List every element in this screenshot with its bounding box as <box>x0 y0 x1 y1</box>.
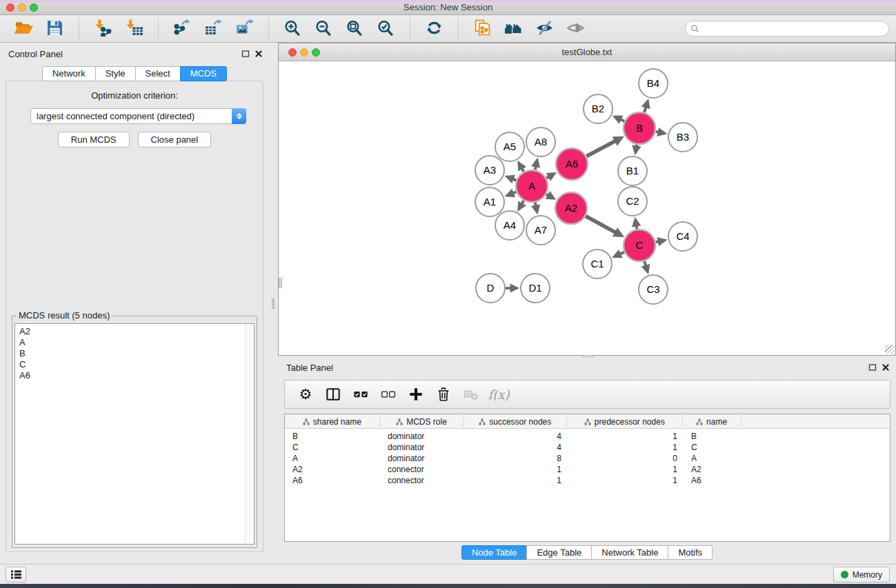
table-row[interactable]: A6connector11A6 <box>285 475 890 486</box>
hide-eye-button[interactable] <box>529 19 560 39</box>
float-panel-icon[interactable] <box>241 50 250 58</box>
optimization-label: Optimization criterion: <box>6 90 263 101</box>
edge-A6-B[interactable] <box>586 141 616 156</box>
save-button[interactable] <box>39 19 70 39</box>
zoom-in-button[interactable] <box>277 19 308 39</box>
cell: B <box>684 431 742 442</box>
column-header-shared-name[interactable]: shared name <box>285 414 380 429</box>
toolbar-group <box>268 19 410 39</box>
table-row[interactable]: Bdominator41B <box>285 431 890 442</box>
result-item[interactable]: C <box>15 359 254 370</box>
float-table-panel-icon[interactable] <box>868 363 877 372</box>
memory-label: Memory <box>853 570 882 580</box>
divider-grabber[interactable] <box>272 298 275 309</box>
table-tab-node-table[interactable]: Node Table <box>461 545 528 560</box>
task-history-button[interactable] <box>6 567 26 582</box>
node-label-C2: C2 <box>626 195 639 207</box>
cell: 4 <box>464 431 568 442</box>
edge-arrowhead <box>632 145 641 155</box>
export-network-button[interactable] <box>167 19 198 39</box>
node-label-A6: A6 <box>566 158 578 170</box>
cell: 1 <box>568 475 684 486</box>
columns-icon <box>326 387 341 402</box>
desktop-background <box>0 584 896 588</box>
select-all-button[interactable] <box>347 383 375 406</box>
canvas-vertical-scroll-thumb[interactable] <box>279 278 282 288</box>
import-network-button[interactable] <box>88 19 119 39</box>
refresh-button[interactable] <box>419 19 450 39</box>
network-canvas[interactable]: B4B2BB3A5A8A6A3B1AA1C2A2A4A7C4CC1C3DD1 <box>279 61 895 355</box>
node-table[interactable]: shared nameMCDS rolesuccessor nodesprede… <box>284 414 890 542</box>
tab-mcds[interactable]: MCDS <box>180 66 227 81</box>
tab-network[interactable]: Network <box>42 66 96 81</box>
zoom-fit-button[interactable] <box>339 19 370 39</box>
copy-share-button[interactable] <box>467 19 498 39</box>
result-item[interactable]: A2 <box>15 326 254 337</box>
close-panel-button[interactable]: Close panel <box>138 132 212 148</box>
deselect-all-button[interactable] <box>375 383 402 406</box>
application-window: Session: New Session Control Panel Netwo… <box>0 0 896 588</box>
search-field[interactable] <box>685 21 889 37</box>
edge-A2-C[interactable] <box>586 216 616 232</box>
cell: 8 <box>464 453 568 464</box>
save-icon <box>46 19 64 37</box>
table-row[interactable]: Adominator80A <box>285 453 890 464</box>
table-row[interactable]: Cdominator41C <box>285 442 890 453</box>
gear-button[interactable]: ⚙ <box>292 383 319 406</box>
close-table-panel-icon[interactable] <box>882 363 890 372</box>
cell: 1 <box>568 442 684 453</box>
mcds-result-list[interactable]: A2ABCA6 <box>14 323 255 545</box>
column-header-name[interactable]: name <box>683 414 741 429</box>
import-table-button[interactable] <box>119 19 150 39</box>
panel-divider[interactable] <box>269 43 278 564</box>
home-button[interactable] <box>498 19 529 39</box>
optimization-dropdown[interactable]: largest connected component (directed) <box>30 108 246 124</box>
close-panel-icon[interactable] <box>255 50 263 58</box>
export-table-button[interactable] <box>198 19 229 39</box>
node-label-A8: A8 <box>535 136 547 148</box>
node-label-D: D <box>487 282 495 294</box>
column-header-successor-nodes[interactable]: successor nodes <box>464 414 567 429</box>
result-scrollbar[interactable] <box>245 324 254 544</box>
table-row[interactable]: A2connector11A2 <box>285 464 890 475</box>
memory-status-icon <box>841 571 848 578</box>
result-item[interactable]: B <box>15 348 254 359</box>
table-tab-network-table[interactable]: Network Table <box>591 545 668 560</box>
table-tab-motifs[interactable]: Motifs <box>668 545 713 560</box>
mcds-panel: Optimization criterion: largest connecte… <box>6 81 263 552</box>
status-bar: Memory <box>0 564 896 584</box>
node-label-C4: C4 <box>676 230 689 242</box>
cell: 1 <box>568 464 684 475</box>
open-folder-button[interactable] <box>8 19 39 39</box>
export-image-button[interactable] <box>229 19 260 39</box>
add-button[interactable] <box>402 383 430 406</box>
gear-icon: ⚙ <box>299 387 312 402</box>
node-label-C3: C3 <box>646 283 659 295</box>
network-view-window: testGlobe.txt B4B2BB3A5A8A6A3B1AA1C2A2A4… <box>278 43 896 356</box>
tab-select[interactable]: Select <box>135 66 181 81</box>
search-input[interactable] <box>699 22 888 35</box>
zoom-out-button[interactable] <box>308 19 339 39</box>
tab-style[interactable]: Style <box>95 66 136 81</box>
result-item[interactable]: A6 <box>15 370 254 381</box>
network-window-titlebar[interactable]: testGlobe.txt <box>279 43 895 61</box>
run-mcds-button[interactable]: Run MCDS <box>58 132 130 148</box>
node-label-A1: A1 <box>484 196 496 207</box>
trash-button[interactable] <box>430 383 457 406</box>
result-item[interactable]: A <box>15 337 254 348</box>
zoom-selected-button[interactable] <box>370 19 401 39</box>
columns-button[interactable] <box>319 383 347 406</box>
dropdown-stepper-icon <box>232 108 246 124</box>
column-header-MCDS-role[interactable]: MCDS role <box>380 414 464 429</box>
node-label-B4: B4 <box>647 77 659 89</box>
memory-button[interactable]: Memory <box>833 567 890 582</box>
sort-icon <box>584 418 591 425</box>
edge-arrowhead <box>632 217 641 227</box>
column-header-predecessor-nodes[interactable]: predecessor nodes <box>567 414 683 429</box>
session-title: Session: New Session <box>0 2 896 12</box>
cell: A6 <box>684 475 742 486</box>
cell: 0 <box>568 453 684 464</box>
table-tab-edge-table[interactable]: Edge Table <box>526 545 592 560</box>
resize-grip-icon[interactable] <box>885 345 895 354</box>
eye-button[interactable] <box>560 19 591 39</box>
